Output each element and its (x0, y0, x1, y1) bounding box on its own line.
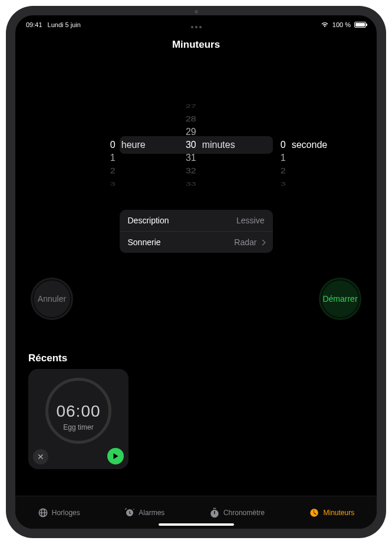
description-row[interactable]: Description Lessive (120, 210, 273, 231)
status-time: 09:41 (26, 21, 42, 28)
cancel-button[interactable]: Annuler (31, 278, 73, 320)
status-left: 09:41 Lundi 5 juin (26, 21, 84, 28)
status-bar: 09:41 Lundi 5 juin 100 % (15, 15, 377, 31)
tab-label: Alarmes (139, 509, 164, 517)
page-title: Minuteurs (15, 39, 377, 51)
camera-dot (195, 10, 198, 14)
tab-world-clock[interactable]: Horloges (38, 507, 80, 518)
status-date: Lundi 5 juin (48, 21, 81, 28)
status-right: 100 % (321, 21, 366, 28)
seconds-unit: seconde (292, 140, 328, 150)
description-value: Lessive (236, 216, 264, 225)
tab-label: Chronomètre (223, 509, 265, 517)
sound-label: Sonnerie (128, 238, 161, 247)
recent-timer-card[interactable]: 06:00 Egg timer ✕ (28, 369, 129, 469)
alarm-icon (124, 507, 135, 518)
recents-heading: Récents (28, 352, 67, 364)
globe-icon (38, 507, 48, 518)
screen: 09:41 Lundi 5 juin 100 % Minuteurs 0 (15, 15, 377, 529)
tab-label: Minuteurs (323, 509, 354, 517)
battery-icon (354, 22, 366, 28)
start-button[interactable]: Démarrer (319, 278, 361, 320)
tab-alarms[interactable]: Alarmes (124, 507, 164, 518)
recent-label: Egg timer (28, 423, 129, 431)
tab-timers[interactable]: Minuteurs (309, 507, 354, 518)
home-indicator[interactable] (159, 523, 234, 526)
wifi-icon (321, 22, 329, 28)
description-label: Description (128, 216, 169, 225)
sound-row[interactable]: Sonnerie Radar (120, 231, 273, 253)
ipad-frame: 09:41 Lundi 5 juin 100 % Minuteurs 0 (6, 6, 386, 538)
timer-icon (309, 507, 319, 518)
stopwatch-icon (209, 507, 220, 518)
battery-percent: 100 % (332, 21, 351, 28)
sound-value: Radar (234, 238, 256, 247)
play-icon (113, 453, 119, 460)
recent-play-button[interactable] (107, 448, 124, 464)
recent-time: 06:00 (28, 402, 129, 421)
time-picker[interactable]: 0 1 2 3 heure 27 28 29 30 31 32 33 minut… (15, 104, 377, 186)
recent-remove-button[interactable]: ✕ (33, 449, 48, 464)
picker-seconds[interactable]: 0 1 2 3 seconde (235, 104, 328, 186)
timer-settings: Description Lessive Sonnerie Radar (120, 210, 273, 253)
chevron-right-icon (259, 239, 265, 245)
seconds-value: 0 (281, 139, 286, 151)
multitask-dots[interactable] (191, 26, 202, 28)
minutes-value: 30 (186, 139, 196, 151)
tab-label: Horloges (52, 509, 80, 517)
close-icon: ✕ (37, 453, 44, 461)
tab-stopwatch[interactable]: Chronomètre (209, 507, 265, 518)
hours-value: 0 (110, 139, 116, 151)
